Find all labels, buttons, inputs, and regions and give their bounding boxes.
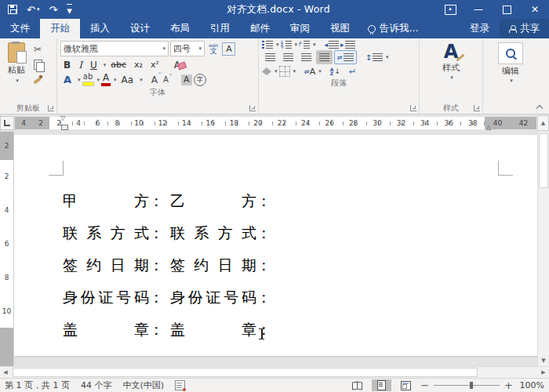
read-mode-button[interactable] xyxy=(347,379,367,391)
doc-field[interactable]: 甲方： xyxy=(63,191,164,212)
doc-field[interactable]: 联系方式： xyxy=(63,223,164,244)
share-button[interactable]: 共享 xyxy=(500,19,549,38)
doc-field[interactable]: 乙方： xyxy=(170,191,271,212)
highlight-caret[interactable]: ▾ xyxy=(97,77,100,83)
bold-button[interactable]: B xyxy=(60,58,74,71)
print-layout-button[interactable] xyxy=(372,379,391,391)
tab-mailings[interactable]: 邮件 xyxy=(240,19,280,38)
minimize-button[interactable]: — xyxy=(464,0,493,19)
font-color-button[interactable]: A xyxy=(101,73,111,86)
zoom-level[interactable]: 100% xyxy=(518,380,544,390)
shading-caret[interactable]: ▾ xyxy=(274,68,278,74)
clipboard-dialog-launcher-icon[interactable] xyxy=(48,105,54,111)
zoom-out-button[interactable]: − xyxy=(420,380,429,390)
tab-stop-selector[interactable] xyxy=(0,116,14,130)
tab-insert[interactable]: 插入 xyxy=(80,19,120,38)
right-indent-marker[interactable]: △ xyxy=(486,125,491,131)
multilevel-caret[interactable]: ▾ xyxy=(313,42,316,48)
collapse-ribbon-icon[interactable] xyxy=(536,104,543,111)
numbering-button[interactable]: 1 2 3 xyxy=(281,41,292,49)
change-case-button[interactable]: Aa xyxy=(118,73,137,86)
zoom-slider-thumb[interactable] xyxy=(470,382,473,389)
doc-field[interactable]: 身份证号码： xyxy=(63,288,164,308)
tab-home[interactable]: 开始 xyxy=(40,19,80,38)
left-indent-marker[interactable] xyxy=(61,125,68,130)
horizontal-scrollbar-thumb[interactable] xyxy=(13,368,478,377)
bullets-button[interactable] xyxy=(262,41,273,49)
change-case-caret[interactable]: ▾ xyxy=(140,77,143,83)
document-page[interactable]: 甲方： 乙方： 联系方式： 联系方式： 签约日期： 签约日期： 身份证号码： 身… xyxy=(14,135,537,356)
underline-button[interactable]: U xyxy=(87,58,100,71)
horizontal-scroll-track[interactable] xyxy=(11,367,538,378)
justify-button[interactable] xyxy=(316,50,333,64)
asian-layout-button[interactable]: ⇄A xyxy=(304,67,315,77)
styles-dialog-launcher-icon[interactable] xyxy=(474,105,480,111)
save-icon[interactable] xyxy=(8,5,17,14)
zoom-slider[interactable] xyxy=(434,385,500,386)
horizontal-scrollbar[interactable]: ◀ ▶ xyxy=(0,366,549,378)
editing-button[interactable]: 编辑 ▾ xyxy=(486,41,535,114)
zoom-in-button[interactable]: + xyxy=(504,380,513,390)
doc-field[interactable]: 盖章： xyxy=(170,320,271,340)
shrink-font-button[interactable]: A xyxy=(163,75,173,84)
character-shading-button[interactable]: A xyxy=(181,74,192,85)
borders-caret[interactable]: ▾ xyxy=(293,68,296,74)
multilevel-list-button[interactable]: a i xyxy=(299,41,310,49)
paste-button[interactable]: 粘贴 ▾ xyxy=(3,41,30,102)
tab-view[interactable]: 视图 xyxy=(320,19,360,38)
redo-icon[interactable]: ↷ xyxy=(49,5,57,15)
clear-formatting-button[interactable]: A xyxy=(171,60,184,71)
numbering-caret[interactable]: ▾ xyxy=(295,42,298,48)
proofing-icon[interactable] xyxy=(175,380,185,390)
paste-dropdown-caret[interactable]: ▾ xyxy=(16,78,19,84)
vertical-ruler[interactable]: 2 246810 xyxy=(0,132,14,366)
styles-button[interactable]: A 样式 ▾ xyxy=(423,41,479,102)
scroll-up-button[interactable]: ▲ xyxy=(537,115,549,131)
doc-field[interactable]: 签约日期： xyxy=(170,256,271,276)
tell-me-box[interactable]: 告诉我... xyxy=(360,19,426,38)
bullets-caret[interactable]: ▾ xyxy=(276,42,279,48)
copy-icon[interactable] xyxy=(34,60,42,70)
tab-design[interactable]: 设计 xyxy=(120,19,160,38)
tab-references[interactable]: 引用 xyxy=(200,19,240,38)
ribbon-display-options-icon[interactable]: ▴ xyxy=(436,0,464,19)
underline-dropdown-caret[interactable]: ▾ xyxy=(104,62,107,68)
doc-field[interactable]: 联系方式： xyxy=(170,223,271,244)
vertical-scrollbar[interactable]: ▼ xyxy=(537,132,549,366)
font-size-combo[interactable]: 四号 ▾ xyxy=(170,41,205,56)
shading-button[interactable] xyxy=(262,67,271,75)
word-count[interactable]: 44 个字 xyxy=(81,379,112,391)
doc-field[interactable]: 签约日期： xyxy=(63,256,164,276)
borders-button[interactable] xyxy=(279,66,290,77)
phonetic-guide-icon[interactable]: wén 文 xyxy=(209,43,218,55)
maximize-button[interactable] xyxy=(493,0,521,19)
increase-indent-button[interactable]: ▸ xyxy=(340,41,355,49)
web-layout-button[interactable] xyxy=(396,379,416,391)
enclose-characters-button[interactable]: 字 xyxy=(194,74,206,86)
superscript-button[interactable]: x² xyxy=(147,58,162,71)
sort-button[interactable]: AZ ↓ xyxy=(330,67,340,75)
scroll-down-button[interactable]: ▼ xyxy=(538,355,549,366)
close-button[interactable]: ✕ xyxy=(521,0,549,19)
undo-icon[interactable]: ↶▾ xyxy=(27,5,39,15)
doc-field[interactable]: 盖章： xyxy=(63,320,164,340)
paragraph-dialog-launcher-icon[interactable] xyxy=(410,105,416,111)
character-border-icon[interactable]: A xyxy=(222,42,235,56)
align-right-button[interactable] xyxy=(298,50,314,64)
horizontal-ruler[interactable]: 42 2468101214161820222426283032343638 40… xyxy=(15,117,536,129)
font-color-caret[interactable]: ▾ xyxy=(114,77,117,83)
sign-in-button[interactable]: 登录 xyxy=(460,19,500,38)
format-painter-icon[interactable] xyxy=(33,74,42,84)
tab-layout[interactable]: 布局 xyxy=(160,19,200,38)
tab-review[interactable]: 审阅 xyxy=(280,19,320,38)
text-effects-caret[interactable]: ▾ xyxy=(78,77,81,83)
text-effects-button[interactable]: A xyxy=(60,73,75,86)
font-dialog-launcher-icon[interactable] xyxy=(249,105,256,111)
decrease-indent-button[interactable]: ◂ xyxy=(325,41,340,49)
customize-qat-icon[interactable]: ▾ xyxy=(67,4,72,16)
language-indicator[interactable]: 中文(中国) xyxy=(122,379,164,391)
font-name-combo[interactable]: 微软雅黑 ▾ xyxy=(60,41,169,56)
align-center-button[interactable] xyxy=(280,50,296,64)
cut-icon[interactable]: ✂ xyxy=(34,44,42,55)
subscript-button[interactable]: x₂ xyxy=(131,58,146,71)
